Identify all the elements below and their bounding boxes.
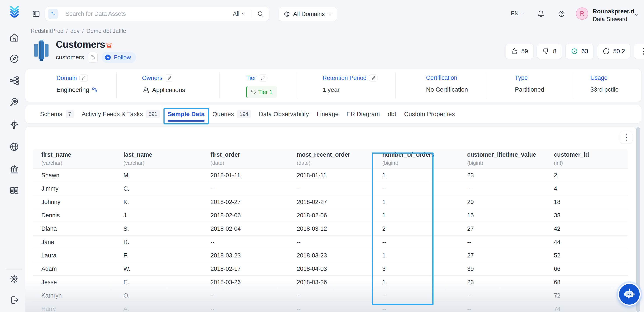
page-scrollbar[interactable]: [636, 127, 640, 312]
certification-label[interactable]: Certification: [426, 75, 457, 81]
table-cell: 15: [467, 212, 554, 219]
sidebar-item-insights[interactable]: [0, 120, 28, 130]
tab-custom-properties[interactable]: Custom Properties: [404, 105, 455, 123]
notifications-bell-icon[interactable]: [537, 10, 545, 18]
table-cell: --: [382, 185, 467, 192]
table-cell: --: [297, 292, 382, 299]
sidebar-item-settings[interactable]: [0, 274, 28, 284]
column-header-first-order[interactable]: first_order(date): [210, 151, 297, 166]
likes-button[interactable]: 59: [505, 44, 534, 59]
table-cell: 2018-01-11: [297, 172, 382, 179]
tab-activity-feeds-tasks[interactable]: Activity Feeds & Tasks591: [82, 105, 160, 123]
all-domains-dropdown[interactable]: All Domains: [278, 7, 337, 21]
governance-bank-icon: [9, 164, 20, 174]
search-scope-dropdown[interactable]: All: [233, 11, 246, 17]
tab-data-observability[interactable]: Data Observability: [259, 105, 309, 123]
language-dropdown[interactable]: EN: [511, 10, 525, 17]
breadcrumb-item-connection[interactable]: RedshiftProd: [31, 28, 64, 34]
table-cell: 1: [382, 252, 467, 259]
table-cell: 2: [382, 225, 467, 232]
table-cell: 27: [467, 225, 554, 232]
user-name: Rounakpreet.d: [593, 8, 634, 15]
tier-badge[interactable]: Tier 1: [246, 86, 276, 98]
announcement-siren-icon[interactable]: [104, 41, 113, 50]
sidebar-item-logout[interactable]: [0, 295, 28, 305]
sidebar-toggle-icon[interactable]: [32, 10, 40, 18]
chatbot-button[interactable]: [618, 283, 641, 306]
column-header-number-of-orders[interactable]: number_of_orders(bigint): [382, 151, 467, 166]
asset-stats: 59 8 63 50.2: [505, 44, 644, 59]
copy-button[interactable]: [88, 52, 98, 63]
sidebar-item-lineage[interactable]: [0, 75, 28, 86]
edit-owners-button[interactable]: [165, 75, 173, 82]
user-menu-chevron-icon[interactable]: [634, 12, 639, 18]
breadcrumb-item-schema[interactable]: Demo dbt Jaffle: [86, 28, 126, 34]
user-avatar[interactable]: R: [576, 8, 588, 20]
table-cell: Jane: [41, 239, 124, 246]
tab-lineage[interactable]: Lineage: [317, 105, 339, 123]
column-header-last-name[interactable]: last_name(varchar): [124, 151, 210, 166]
settings-gear-icon: [9, 274, 20, 284]
tab-dbt[interactable]: dbt: [388, 105, 396, 123]
sidebar-item-observability[interactable]: [0, 97, 28, 108]
table-cell: --: [382, 306, 467, 312]
avatar-initial: R: [580, 10, 584, 17]
help-icon[interactable]: [558, 10, 565, 18]
table-body: ShawnM.2018-01-112018-01-111232JimmyC.--…: [33, 169, 628, 312]
table-cell: 42: [554, 225, 628, 232]
table-cell: 2018-01-11: [210, 172, 297, 179]
search-icon[interactable]: [257, 11, 264, 17]
table-row: DennisJ.2018-02-062018-02-0611538: [33, 209, 628, 222]
asset-kebab-menu-button[interactable]: [634, 44, 644, 59]
tab-sample-data[interactable]: Sample Data: [168, 105, 204, 123]
search-divider: [251, 10, 252, 18]
sidebar-item-home[interactable]: [0, 32, 28, 43]
tab-queries[interactable]: Queries194: [212, 105, 251, 123]
follow-button[interactable]: Follow: [102, 52, 136, 63]
tier-label-row[interactable]: Tier: [246, 75, 276, 82]
freshness-button[interactable]: 63: [566, 44, 594, 59]
type-label[interactable]: Type: [515, 75, 528, 81]
table-row: ShawnM.2018-01-112018-01-111232: [33, 169, 628, 182]
retention-value: 1 year: [322, 86, 340, 93]
table-cell: 27: [467, 252, 554, 259]
usage-value: 33rd pctile: [590, 86, 618, 93]
sidebar-item-explore[interactable]: [0, 54, 28, 64]
table-cell: 29: [467, 199, 554, 206]
sidebar-item-governance[interactable]: [0, 164, 28, 174]
table-cell: --: [297, 239, 382, 246]
popularity-button[interactable]: 50.2: [597, 44, 631, 59]
column-header-first-name[interactable]: first_name(varchar): [41, 151, 124, 166]
search-input[interactable]: Search for Data Assets All: [45, 7, 269, 21]
domain-label-row[interactable]: Domain: [56, 75, 98, 82]
column-header-customer-id[interactable]: customer_id(int): [554, 151, 628, 166]
user-menu[interactable]: Rounakpreet.d Data Steward: [593, 8, 634, 23]
dislikes-button[interactable]: 8: [537, 44, 562, 59]
column-header-most-recent-order[interactable]: most_recent_order(date): [297, 151, 382, 166]
tab-badge: 591: [146, 110, 160, 118]
table-cell: 2018-03-23: [210, 252, 297, 259]
owners-label-row[interactable]: Owners: [142, 75, 185, 82]
column-header-customer-lifetime-value[interactable]: customer_lifetime_value(bigint): [467, 151, 554, 166]
table-cell: 1: [382, 279, 467, 286]
tab-schema[interactable]: Schema7: [40, 105, 74, 123]
table-cell: --: [297, 185, 382, 192]
owners-value[interactable]: Applications: [152, 87, 185, 94]
table-row: KathrynO.--------72: [33, 289, 628, 302]
sample-data-kebab-button[interactable]: [620, 131, 632, 144]
sidebar-item-glossary[interactable]: [0, 185, 28, 196]
domain-value[interactable]: Engineering: [56, 86, 89, 93]
atlan-logo-icon[interactable]: [8, 5, 20, 18]
edit-domain-button[interactable]: [80, 75, 88, 82]
usage-label[interactable]: Usage: [590, 75, 608, 81]
retention-label-row[interactable]: Retention Period: [322, 75, 378, 82]
ai-sparkle-icon[interactable]: [48, 9, 58, 19]
sidebar-item-web[interactable]: [0, 141, 28, 152]
edit-retention-button[interactable]: [369, 75, 378, 82]
table-cell: 1: [382, 199, 467, 206]
metadata-certification: Certification No Certification: [426, 75, 468, 93]
table-cell: 2018-03-23: [297, 252, 382, 259]
tab-er-diagram[interactable]: ER Diagram: [346, 105, 380, 123]
edit-tier-button[interactable]: [259, 75, 267, 82]
breadcrumb-item-database[interactable]: dev: [70, 28, 80, 34]
